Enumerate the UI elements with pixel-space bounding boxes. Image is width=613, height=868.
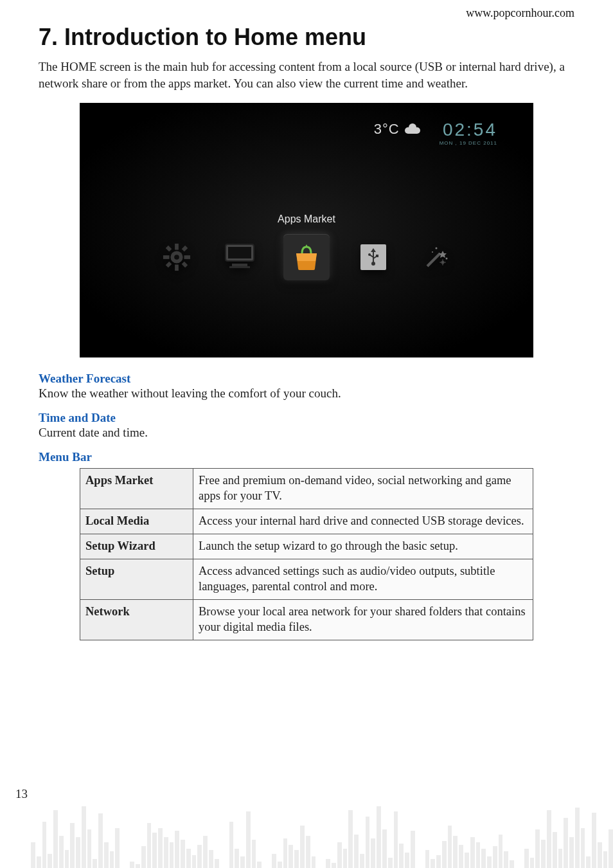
svg-rect-19 <box>376 255 378 257</box>
wand-icon <box>423 244 449 270</box>
clock-widget: 02:54 MON , 19 DEC 2011 <box>440 121 497 146</box>
selected-item-label: Apps Market <box>80 213 533 225</box>
svg-rect-27 <box>442 264 443 266</box>
svg-rect-26 <box>442 260 443 261</box>
svg-rect-1 <box>175 244 179 250</box>
table-row: NetworkBrowse your local area network fo… <box>80 599 533 640</box>
equalizer-decoration <box>31 794 613 868</box>
monitor-icon <box>223 243 256 271</box>
usb-icon <box>360 244 386 270</box>
table-cell-name: Setup Wizard <box>80 534 193 559</box>
section-time: Time and Date Current date and time. <box>39 411 574 441</box>
statusbar: 3°C 02:54 MON , 19 DEC 2011 <box>374 121 497 146</box>
clock-time: 02:54 <box>440 121 497 139</box>
table-cell-desc: Access advanced settings such as audio/v… <box>193 559 533 599</box>
section-weather: Weather Forecast Know the weather withou… <box>39 372 574 402</box>
section-heading: Weather Forecast <box>39 372 574 386</box>
svg-point-9 <box>174 255 179 260</box>
svg-rect-5 <box>166 246 172 251</box>
menu-item-apps-market[interactable] <box>283 234 330 280</box>
table-cell-desc: Access your internal hard drive and conn… <box>193 509 533 534</box>
table-row: Apps MarketFree and premium on-demand vi… <box>80 468 533 509</box>
menu-item-setup-wizard[interactable] <box>417 238 456 276</box>
svg-marker-14 <box>305 244 308 247</box>
weather-widget: 3°C <box>374 121 422 138</box>
page-footer: 13 <box>0 775 613 868</box>
table-cell-desc: Browse your local area network for your … <box>193 599 533 640</box>
svg-rect-6 <box>182 262 188 267</box>
page-number: 13 <box>15 787 28 801</box>
table-cell-desc: Free and premium on-demand video, social… <box>193 468 533 509</box>
section-text: Current date and time. <box>39 425 574 441</box>
section-menubar: Menu Bar <box>39 450 574 464</box>
svg-rect-8 <box>166 262 172 267</box>
svg-rect-28 <box>440 262 441 264</box>
table-cell-desc: Launch the setup wizard to go through th… <box>193 534 533 559</box>
svg-rect-3 <box>163 255 170 259</box>
page-body: www.popcornhour.com 7. Introduction to H… <box>0 0 613 640</box>
svg-point-22 <box>436 248 438 249</box>
page-url: www.popcornhour.com <box>39 6 574 20</box>
svg-point-25 <box>441 261 445 264</box>
svg-rect-12 <box>232 264 247 266</box>
svg-marker-21 <box>439 251 447 258</box>
table-cell-name: Apps Market <box>80 468 193 509</box>
menu-item-local-media[interactable] <box>220 238 259 276</box>
cloud-icon <box>404 123 422 135</box>
svg-line-20 <box>427 253 440 266</box>
svg-rect-13 <box>229 266 250 268</box>
svg-rect-7 <box>182 246 188 251</box>
page-title: 7. Introduction to Home menu <box>39 24 574 51</box>
section-heading: Menu Bar <box>39 450 574 464</box>
svg-point-18 <box>368 253 371 256</box>
section-heading: Time and Date <box>39 411 574 425</box>
table-cell-name: Local Media <box>80 509 193 534</box>
table-row: SetupAccess advanced settings such as au… <box>80 559 533 599</box>
weather-temp: 3°C <box>374 121 400 138</box>
table-row: Local MediaAccess your internal hard dri… <box>80 509 533 534</box>
shopping-bag-icon <box>292 243 321 271</box>
clock-date: MON , 19 DEC 2011 <box>440 140 497 146</box>
svg-rect-11 <box>228 247 251 258</box>
svg-rect-2 <box>175 265 179 271</box>
table-cell-name: Network <box>80 599 193 640</box>
menu-description-table: Apps MarketFree and premium on-demand vi… <box>80 468 533 640</box>
menu-item-usb[interactable] <box>354 238 393 276</box>
table-row: Setup WizardLaunch the setup wizard to g… <box>80 534 533 559</box>
svg-point-24 <box>432 251 433 253</box>
svg-marker-17 <box>371 248 376 252</box>
svg-rect-29 <box>445 262 446 264</box>
menu-bar <box>80 234 533 280</box>
svg-point-23 <box>446 258 448 260</box>
svg-rect-4 <box>184 255 191 259</box>
table-cell-name: Setup <box>80 559 193 599</box>
section-text: Know the weather without leaving the com… <box>39 386 574 402</box>
home-screen-screenshot: 3°C 02:54 MON , 19 DEC 2011 Apps Market <box>80 103 533 357</box>
gear-icon <box>162 242 191 272</box>
menu-item-setup[interactable] <box>157 238 196 276</box>
intro-paragraph: The HOME screen is the main hub for acce… <box>39 59 574 91</box>
